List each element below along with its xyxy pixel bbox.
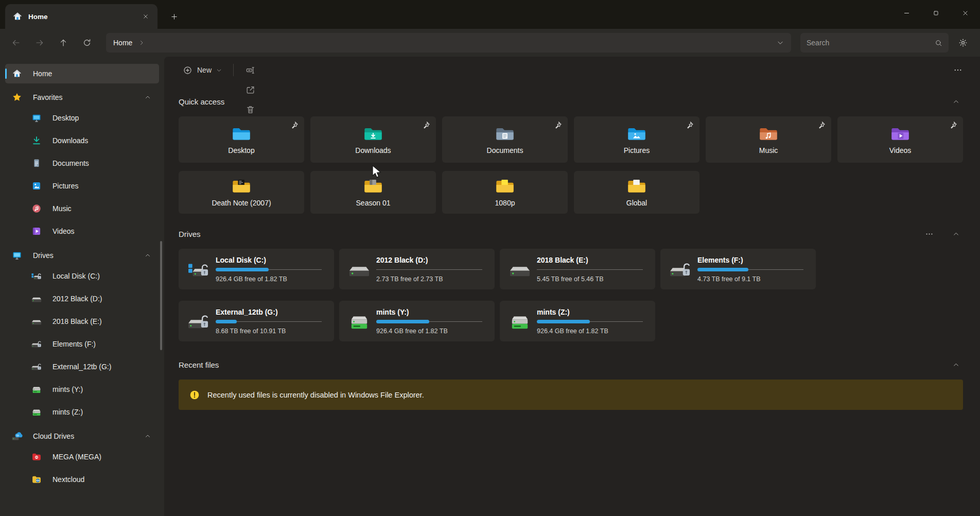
new-tab-button[interactable] <box>167 9 181 24</box>
quick-access-tile-pictures[interactable]: Pictures <box>574 116 699 163</box>
recent-files-warning-banner: Recently used files is currently disable… <box>179 380 963 410</box>
quick-access-tile-season-01[interactable]: Season 01 <box>310 171 436 214</box>
music-icon <box>31 203 42 214</box>
drive-lock-icon <box>31 339 42 349</box>
folder-icon <box>363 178 383 194</box>
sidebar-item-videos[interactable]: Videos <box>5 220 159 242</box>
drive-free-space: 926.4 GB free of 1.82 TB <box>537 328 643 335</box>
quick-access-tile-death-note-2007[interactable]: Death Note (2007) <box>179 171 304 214</box>
pin-icon[interactable] <box>686 121 694 129</box>
folder-icon <box>626 125 647 142</box>
drive-usage-bar <box>216 268 322 271</box>
drive-tile-2012-black-d[interactable]: 2012 Black (D:)2.73 TB free of 2.73 TB <box>339 249 495 289</box>
sidebar-item-pictures[interactable]: Pictures <box>5 175 159 196</box>
monitor-icon <box>11 250 23 261</box>
chevron-right-icon[interactable] <box>138 40 145 46</box>
quick-access-tile-documents[interactable]: Documents <box>442 116 568 163</box>
close-window-button[interactable] <box>951 0 980 26</box>
pin-icon[interactable] <box>422 121 430 129</box>
new-button[interactable]: New <box>178 62 227 79</box>
quick-access-tile-music[interactable]: Music <box>706 116 831 163</box>
sidebar-item-label: Desktop <box>52 114 79 122</box>
drive-name: mints (Y:) <box>376 308 482 316</box>
pin-icon[interactable] <box>817 121 826 129</box>
sidebar-item-music[interactable]: Music <box>5 198 159 219</box>
quick-access-tile-1080p[interactable]: 1080p <box>442 171 568 214</box>
rename-button[interactable] <box>240 60 260 80</box>
folder-icon <box>231 178 252 194</box>
minimize-button[interactable] <box>892 0 921 26</box>
drive-tile-external-12tb-g[interactable]: External_12tb (G:)8.68 TB free of 10.91 … <box>179 301 334 341</box>
sidebar-item-2012-black-d[interactable]: 2012 Black (D:) <box>5 288 159 309</box>
pin-icon[interactable] <box>290 121 299 129</box>
collapse-chevron-icon[interactable] <box>145 252 151 259</box>
drive-green-icon <box>31 407 42 417</box>
drive-tile-mints-y[interactable]: mints (Y:)926.4 GB free of 1.82 TB <box>339 301 495 341</box>
search-input[interactable] <box>807 39 931 47</box>
sidebar-item-home[interactable]: Home <box>5 64 159 83</box>
sidebar-item-local-disk-c[interactable]: Local Disk (C:) <box>5 265 159 286</box>
drives-collapse-button[interactable] <box>949 227 963 240</box>
new-button-label: New <box>197 66 212 74</box>
sidebar-item-elements-f[interactable]: Elements (F:) <box>5 333 159 354</box>
address-dropdown-icon[interactable] <box>777 39 784 46</box>
quick-access-tile-desktop[interactable]: Desktop <box>179 116 304 163</box>
sidebar-item-mints-y[interactable]: mints (Y:) <box>5 379 159 400</box>
sidebar-item-external-12tb-g[interactable]: External_12tb (G:) <box>5 356 159 377</box>
title-bar: Home <box>0 0 980 29</box>
drive-tile-local-disk-c[interactable]: Local Disk (C:)926.4 GB free of 1.82 TB <box>179 249 334 289</box>
forward-button[interactable] <box>30 33 49 52</box>
quick-access-collapse-button[interactable] <box>949 95 963 108</box>
drive-icon <box>187 260 211 279</box>
tile-label: Death Note (2007) <box>212 199 271 207</box>
drives-more-button[interactable] <box>922 227 936 240</box>
sidebar-section-favorites[interactable]: Favorites <box>5 88 159 107</box>
search-box[interactable] <box>800 33 949 53</box>
maximize-button[interactable] <box>921 0 951 26</box>
sidebar-item-downloads[interactable]: Downloads <box>5 130 159 151</box>
sidebar-item-label: Pictures <box>52 182 79 190</box>
pin-icon[interactable] <box>949 121 957 129</box>
drive-usage-bar <box>376 268 482 271</box>
address-bar[interactable]: Home <box>106 33 791 53</box>
quick-access-tile-videos[interactable]: Videos <box>837 116 963 163</box>
quick-access-tile-downloads[interactable]: Downloads <box>310 116 436 163</box>
drive-tile-elements-f[interactable]: Elements (F:)4.73 TB free of 9.1 TB <box>660 249 816 289</box>
up-button[interactable] <box>54 33 73 52</box>
pin-icon[interactable] <box>554 121 562 129</box>
home-tab-icon <box>12 11 23 22</box>
close-icon <box>962 10 969 16</box>
sidebar-section-drives[interactable]: Drives <box>5 246 159 265</box>
drive-free-space: 926.4 GB free of 1.82 TB <box>376 328 482 335</box>
sidebar-item-desktop[interactable]: Desktop <box>5 107 159 128</box>
sidebar-item-nextcloud[interactable]: Nextcloud <box>5 469 159 490</box>
sidebar-item-mints-z[interactable]: mints (Z:) <box>5 401 159 422</box>
desktop-icon <box>31 113 42 123</box>
tab-close-button[interactable] <box>139 10 152 23</box>
warning-text: Recently used files is currently disable… <box>207 391 424 399</box>
collapse-chevron-icon[interactable] <box>145 433 151 439</box>
recent-files-collapse-button[interactable] <box>949 358 963 371</box>
breadcrumb[interactable]: Home <box>113 39 132 47</box>
sidebar-item-mega-mega[interactable]: MEGA (MEGA) <box>5 446 159 467</box>
sidebar-item-2018-black-e[interactable]: 2018 Black (E:) <box>5 311 159 332</box>
drive-info: 2012 Black (D:)2.73 TB free of 2.73 TB <box>376 256 482 283</box>
sidebar-scrollbar[interactable] <box>160 241 162 350</box>
back-button[interactable] <box>6 33 26 52</box>
quick-access-tile-global[interactable]: Global <box>574 171 699 214</box>
chevron-up-icon <box>953 362 959 368</box>
tab-home[interactable]: Home <box>5 4 157 29</box>
collapse-chevron-icon[interactable] <box>145 94 151 100</box>
chevron-up-icon <box>953 98 959 105</box>
plus-circle-icon <box>183 65 192 75</box>
sidebar-item-label: Nextcloud <box>52 475 84 484</box>
sidebar-item-documents[interactable]: Documents <box>5 152 159 174</box>
sidebar-section-cloud-drives[interactable]: Cloud Drives <box>5 426 159 446</box>
settings-button[interactable] <box>953 33 973 52</box>
toolbar-more-button[interactable] <box>948 61 968 79</box>
refresh-button[interactable] <box>77 33 97 52</box>
paste-button[interactable] <box>240 57 260 60</box>
drive-tile-mints-z[interactable]: mints (Z:)926.4 GB free of 1.82 TB <box>500 301 655 341</box>
drive-name: mints (Z:) <box>537 308 643 316</box>
drive-tile-2018-black-e[interactable]: 2018 Black (E:)5.45 TB free of 5.46 TB <box>500 249 655 289</box>
